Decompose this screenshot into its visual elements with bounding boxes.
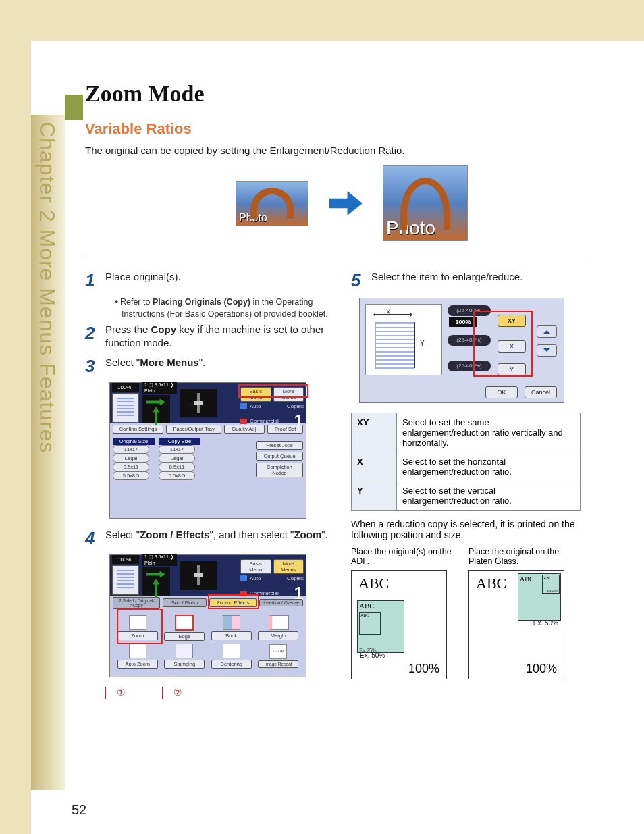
s4-density-slider[interactable]: [180, 561, 217, 590]
s3-orient-icon: [142, 395, 170, 423]
adf-abc-25: ABC: [360, 613, 369, 617]
s3-thumb-icon: [112, 393, 139, 423]
chapter-label: Chapter 2 More Menus Features: [32, 122, 59, 594]
s4-tab-2sided[interactable]: 2-Sided / Original->Copy: [113, 597, 160, 609]
glass-abc-100: ABC: [476, 575, 506, 592]
s4-orient-icon: [142, 567, 170, 596]
s5-cancel-button[interactable]: Cancel: [525, 386, 557, 398]
xytab-y-key: Y: [352, 481, 397, 511]
s4-margin-button[interactable]: Margin: [258, 631, 298, 640]
s3-copies-label: Copies: [287, 403, 304, 409]
xytab-x-key: X: [352, 452, 397, 481]
step-2-number: 2: [85, 323, 105, 344]
s4-book-button[interactable]: Book: [211, 631, 252, 640]
screenshot-step5: X Y (25-400%) 100% (25-400%) (25-400%) X…: [359, 298, 564, 403]
s3-more-menus-button[interactable]: More Menus: [273, 387, 304, 402]
s3-size-orig-2[interactable]: 8.5x11: [113, 463, 149, 471]
s3-size-orig-0[interactable]: 11x17: [113, 445, 149, 454]
s3-quality-button[interactable]: Quality Adj.: [224, 425, 265, 434]
step-4-text: Select "Zoom / Effects", and then select…: [105, 528, 328, 542]
s3-basic-menu-button[interactable]: Basic Menu: [240, 387, 271, 402]
s3-size-orig-3[interactable]: 5.5x8.5: [113, 471, 149, 480]
s3-confirm-button[interactable]: Confirm Settings: [113, 425, 163, 434]
s3-auto-label: Auto: [250, 403, 261, 409]
s3-size-copy-0[interactable]: 11x17: [159, 445, 195, 454]
adf-abc-50: ABC: [359, 602, 375, 610]
step-5-text: Select the item to enlarge/reduce.: [371, 270, 522, 284]
step-4-number: 4: [85, 528, 105, 549]
page-title: Zoom Mode: [85, 81, 618, 107]
s3-size-copy-2[interactable]: 8.5x11: [159, 463, 195, 471]
s4-commercial-label: Commercial: [250, 590, 279, 596]
s5-down-triangle-icon: [543, 348, 550, 355]
s5-y-button[interactable]: Y: [498, 363, 526, 375]
glass-title: Place the original on the Platen Glass.: [468, 547, 570, 566]
reduction-glass: Place the original on the Platen Glass. …: [468, 547, 570, 679]
s4-zoom-button[interactable]: Zoom: [117, 631, 158, 640]
s5-x-button[interactable]: X: [498, 340, 526, 353]
photo-after: Photo: [383, 165, 468, 241]
steps-left: 1 Place original(s). Refer to Placing Or…: [85, 267, 328, 699]
s4-edge-button[interactable]: Edge: [164, 632, 205, 641]
step-1-note: Refer to Placing Originals (Copy) in the…: [115, 296, 328, 320]
s3-size-orig-1[interactable]: Legal: [113, 454, 149, 463]
s5-x-axis-label: X: [386, 309, 391, 316]
s4-tab-sort[interactable]: Sort / Finish: [163, 598, 207, 607]
s4-imagerepeat-button[interactable]: Image Repeat: [258, 660, 298, 668]
s4-tab-zoom-effects[interactable]: Zoom / Effects: [209, 598, 257, 607]
step-3-text: Select "More Menus".: [105, 356, 205, 369]
s3-density-slider[interactable]: [180, 389, 217, 417]
s5-increase-button[interactable]: [537, 325, 557, 338]
xytab-xy-val: Select to set the same enlargement/reduc…: [397, 413, 581, 452]
s5-y-axis-label: Y: [420, 340, 425, 347]
s4-callouts: ① ②: [105, 687, 328, 699]
adf-abc-100: ABC: [358, 575, 389, 592]
heading-accent: [65, 95, 83, 120]
s5-decrease-button[interactable]: [537, 344, 557, 357]
glass-ex50: Ex. 50%: [533, 619, 558, 627]
s5-range-xy: (25-400%): [448, 305, 491, 316]
s4-autozoom-button[interactable]: Auto Zoom: [117, 660, 158, 669]
s3-proof-button[interactable]: Proof Set: [267, 425, 303, 434]
s4-zoom-value: 100%: [112, 555, 139, 564]
s4-auto-label: Auto: [250, 575, 261, 581]
s3-size-copy-1[interactable]: Legal: [159, 454, 195, 463]
glass-abc-50: ABC: [520, 575, 534, 583]
xy-description-table: XY Select to set the same enlargement/re…: [351, 413, 581, 511]
step-1-number: 1: [85, 270, 105, 291]
s3-orig-size-header: Original Size: [113, 438, 155, 445]
xytab-x-val: Select to set the horizontal enlargement…: [397, 452, 581, 481]
xytab-xy-key: XY: [352, 413, 397, 452]
photo-before: Photo: [236, 181, 308, 226]
s4-tab-insertion[interactable]: Insertion / Overlay: [259, 599, 303, 606]
reduction-examples: Place the original(s) on the ADF. ABC AB…: [351, 547, 601, 679]
s5-xy-button[interactable]: XY: [498, 315, 526, 327]
screenshot-step4: 100% 1 ⬚ 8.5x11 ❯Plain Basic Menu More M…: [109, 554, 306, 677]
s4-thumb-icon: [112, 565, 139, 595]
s3-paper: 1 ⬚ 8.5x11 ❯Plain: [142, 382, 177, 394]
s4-basic-menu-button[interactable]: Basic Menu: [240, 559, 271, 574]
glass-abc-25: ABC: [543, 576, 552, 580]
s5-range-x: (25-400%): [448, 335, 491, 346]
glass-100: 100%: [526, 662, 557, 676]
s5-ok-button[interactable]: OK: [485, 386, 518, 398]
arrow-right-icon: [329, 191, 363, 215]
content-area: Zoom Mode Variable Ratios The original c…: [85, 81, 618, 699]
adf-title: Place the original(s) on the ADF.: [351, 547, 452, 566]
adf-100: 100%: [408, 662, 439, 676]
s3-preset-jobs-button[interactable]: Preset Jobs: [256, 441, 303, 450]
s4-stamping-button[interactable]: Stamping: [164, 660, 205, 669]
glass-ex25: Ex.25%: [547, 589, 558, 592]
s3-completion-button[interactable]: Completion Notice: [256, 463, 303, 477]
step-3-number: 3: [85, 356, 105, 377]
page-number: 52: [72, 802, 86, 818]
s4-centering-button[interactable]: Centering: [211, 660, 252, 669]
s3-size-copy-3[interactable]: 5.5x8.5: [159, 471, 195, 480]
section-heading: Variable Ratios: [85, 120, 618, 138]
s3-output-queue-button[interactable]: Output Queue: [256, 452, 303, 461]
enlarge-illustration: Photo Photo: [85, 165, 618, 241]
reduction-note: When a reduction copy is selected, it is…: [351, 519, 601, 540]
s5-up-triangle-icon: [543, 327, 550, 334]
s3-paper-output-button[interactable]: Paper/Output Tray: [166, 425, 221, 434]
s4-more-menus-button[interactable]: More Menus: [273, 559, 304, 574]
